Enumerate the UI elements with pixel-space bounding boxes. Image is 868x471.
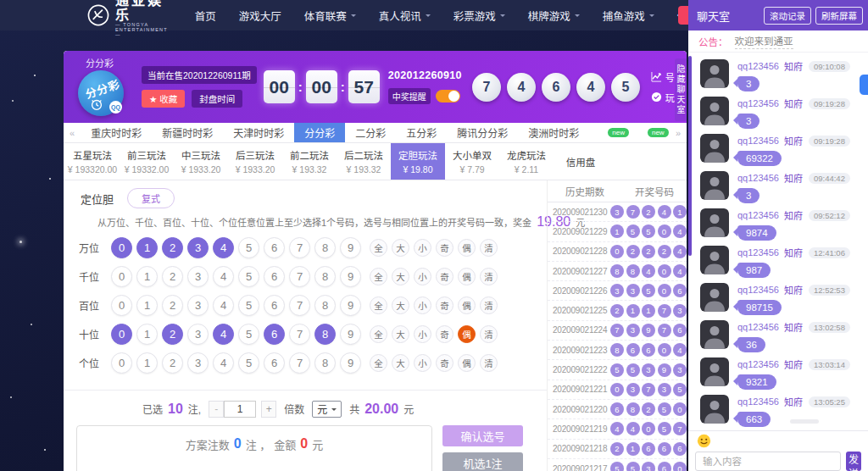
number-ball[interactable]: 4	[213, 237, 234, 258]
number-ball[interactable]: 7	[289, 295, 310, 316]
number-ball[interactable]: 4	[213, 352, 234, 374]
number-ball[interactable]: 5	[238, 237, 259, 258]
number-ball[interactable]: 1	[136, 266, 158, 287]
floating-service-widget[interactable]	[860, 75, 868, 95]
quick-pick-button[interactable]: 大	[392, 354, 409, 372]
number-ball[interactable]: 3	[187, 324, 209, 345]
number-ball[interactable]: 7	[289, 324, 310, 345]
play-method-tab[interactable]: 大小单双¥ 7.79	[445, 143, 499, 180]
quick-pick-button[interactable]: 清	[480, 296, 498, 314]
chat-header-button[interactable]: 滚动记录	[764, 7, 811, 25]
number-ball[interactable]: 5	[238, 352, 259, 374]
quick-pick-button[interactable]: 偶	[458, 268, 476, 285]
quick-pick-button[interactable]: 清	[480, 325, 498, 343]
quick-pick-button[interactable]: 奇	[436, 296, 453, 314]
multiplier-input[interactable]	[224, 401, 256, 418]
nav-item[interactable]: 彩票游戏	[453, 8, 505, 24]
number-ball[interactable]: 7	[289, 352, 310, 374]
emoji-smiley-icon[interactable]	[697, 434, 711, 448]
favorite-button[interactable]: ★ 收藏	[142, 90, 185, 108]
quick-pick-button[interactable]: 全	[370, 354, 387, 372]
quick-pick-button[interactable]: 大	[392, 296, 409, 314]
number-ball[interactable]: 8	[314, 237, 336, 258]
quick-pick-button[interactable]: 奇	[436, 325, 453, 343]
quick-pick-button[interactable]: 偶	[458, 296, 476, 314]
tabs-scroll-right-icon[interactable]: »	[670, 123, 687, 142]
number-ball[interactable]: 0	[111, 295, 132, 316]
number-ball[interactable]: 9	[340, 324, 361, 345]
play-method-tab[interactable]: 后三玩法¥ 1933.20	[228, 143, 282, 180]
number-ball[interactable]: 4	[213, 324, 234, 345]
quick-pick-button[interactable]: 小	[414, 296, 431, 314]
nav-item[interactable]: 游戏大厅	[239, 8, 281, 24]
mode-pill-fushi[interactable]: 复式	[127, 188, 175, 208]
nav-item[interactable]: 首页	[195, 8, 216, 24]
quick-pick-button[interactable]: 全	[370, 325, 387, 343]
nav-item[interactable]: 捕鱼游戏	[603, 8, 654, 24]
game-tab[interactable]: 重庆时时彩	[81, 123, 152, 142]
send-button[interactable]: 发送	[846, 452, 861, 471]
number-ball[interactable]: 7	[289, 266, 310, 287]
nav-clipped-button[interactable]	[678, 6, 688, 25]
number-ball[interactable]: 8	[314, 266, 336, 287]
number-ball[interactable]: 9	[340, 266, 361, 287]
number-ball[interactable]: 7	[289, 237, 310, 258]
number-ball[interactable]: 2	[162, 352, 183, 374]
play-method-tab[interactable]: 定胆玩法¥ 19.80	[391, 143, 445, 180]
number-ball[interactable]: 3	[187, 237, 209, 258]
number-ball[interactable]: 8	[314, 324, 336, 345]
number-ball[interactable]: 0	[111, 237, 132, 258]
game-tab[interactable]: 二分彩	[345, 123, 396, 142]
quick-pick-button[interactable]: 小	[414, 268, 431, 285]
play-method-tab[interactable]: 五星玩法¥ 193320.00	[65, 143, 120, 180]
brand-logo[interactable]: 通亚娱乐 — TONGYA ENTERTAINMENT —	[86, 0, 168, 37]
game-tab[interactable]: 澳洲时时彩	[518, 123, 589, 142]
random-pick-button[interactable]: 机选1注	[442, 452, 523, 471]
game-tab[interactable]: 分分彩	[294, 123, 345, 142]
number-ball[interactable]: 3	[187, 266, 209, 287]
number-ball[interactable]: 3	[187, 295, 209, 316]
stepper-plus-button[interactable]: +	[261, 401, 276, 418]
number-ball[interactable]: 9	[340, 295, 361, 316]
number-ball[interactable]: 2	[162, 295, 183, 316]
number-ball[interactable]: 9	[340, 352, 361, 374]
number-ball[interactable]: 1	[136, 237, 158, 258]
number-ball[interactable]: 6	[264, 266, 285, 287]
stepper-minus-button[interactable]: -	[209, 401, 224, 418]
number-ball[interactable]: 6	[264, 352, 285, 374]
game-tab[interactable]: 新疆时时彩	[152, 123, 223, 142]
quick-pick-button[interactable]: 大	[392, 239, 409, 257]
game-tab[interactable]: 天津时时彩	[223, 123, 294, 142]
quick-pick-button[interactable]: 大	[392, 325, 409, 343]
play-method-tab[interactable]: 前三玩法¥ 19332.00	[120, 143, 174, 180]
play-method-tab[interactable]: 后二玩法¥ 193.32	[337, 143, 391, 180]
win-reminder-toggle[interactable]	[436, 90, 460, 103]
number-ball[interactable]: 1	[136, 324, 158, 345]
chat-input[interactable]	[695, 452, 841, 471]
quick-pick-button[interactable]: 大	[392, 268, 409, 285]
tabs-scroll-left-icon[interactable]: «	[64, 123, 81, 142]
quick-pick-button[interactable]: 全	[370, 268, 387, 285]
number-ball[interactable]: 6	[264, 295, 285, 316]
number-ball[interactable]: 0	[111, 352, 132, 374]
currency-select[interactable]: 元	[312, 401, 342, 418]
chat-header-button[interactable]: 刷新屏幕	[815, 7, 863, 25]
number-ball[interactable]: 0	[111, 324, 132, 345]
number-ball[interactable]: 2	[162, 324, 183, 345]
quick-pick-button[interactable]: 清	[480, 354, 498, 372]
nav-item[interactable]: 体育联赛	[304, 8, 356, 24]
quick-pick-button[interactable]: 奇	[436, 239, 453, 257]
number-ball[interactable]: 4	[213, 295, 234, 316]
number-ball[interactable]: 2	[162, 237, 183, 258]
number-ball[interactable]: 8	[314, 295, 336, 316]
play-method-tab[interactable]: 中三玩法¥ 1933.20	[174, 143, 228, 180]
quick-pick-button[interactable]: 奇	[436, 268, 453, 285]
quick-pick-button[interactable]: 小	[414, 239, 431, 257]
number-ball[interactable]: 3	[187, 352, 209, 374]
play-method-tab[interactable]: 前二玩法¥ 193.32	[282, 143, 337, 180]
quick-pick-button[interactable]: 小	[414, 354, 431, 372]
quick-pick-button[interactable]: 小	[414, 325, 431, 343]
confirm-selection-button[interactable]: 确认选号	[442, 425, 523, 446]
quick-pick-button[interactable]: 偶	[458, 354, 476, 372]
number-ball[interactable]: 5	[238, 324, 259, 345]
